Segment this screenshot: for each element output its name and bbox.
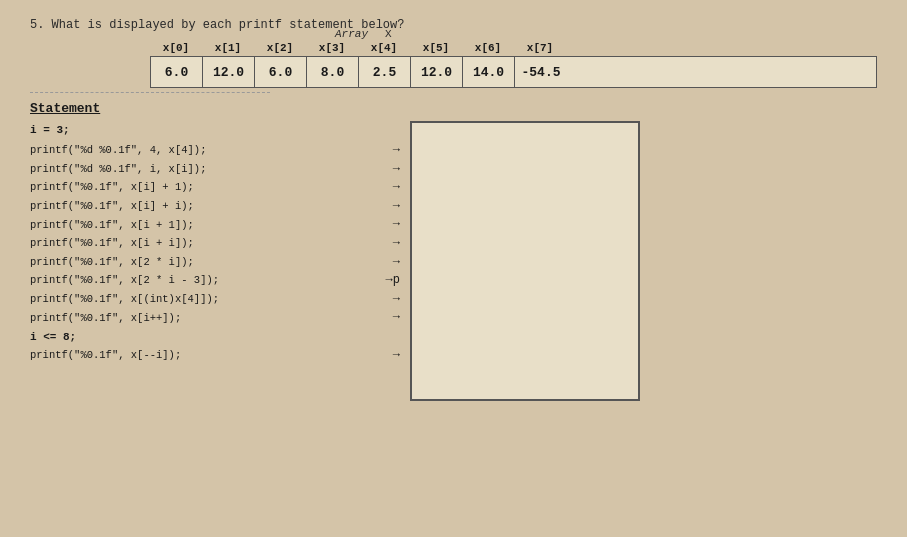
code-line-last: printf("%0.1f", x[--i]); → xyxy=(30,346,400,365)
arrow-9: → xyxy=(393,308,400,327)
index-label-3: x[3] xyxy=(306,42,358,54)
code-line-1-text: printf("%d %0.1f", i, x[i]); xyxy=(30,161,389,177)
array-cell-2: 6.0 xyxy=(255,57,307,87)
code-line-8-text: printf("%0.1f", x[(int)x[4]]); xyxy=(30,291,389,307)
code-line-6: printf("%0.1f", x[2 * i]); → xyxy=(30,253,400,272)
code-block: i = 3; printf("%d %0.1f", 4, x[4]); → pr… xyxy=(30,122,400,365)
array-cell-4: 2.5 xyxy=(359,57,411,87)
arrow-8: → xyxy=(393,290,400,309)
output-box xyxy=(410,121,640,401)
code-line-9: printf("%0.1f", x[i++]); → xyxy=(30,308,400,327)
index-label-0: x[0] xyxy=(150,42,202,54)
code-line-0-text: printf("%d %0.1f", 4, x[4]); xyxy=(30,142,389,158)
index-label-5: x[5] xyxy=(410,42,462,54)
code-line-1: printf("%d %0.1f", i, x[i]); → xyxy=(30,160,400,179)
i-assign: i = 3; xyxy=(30,122,400,139)
divider-line xyxy=(30,92,270,93)
index-label-4: x[4] xyxy=(358,42,410,54)
code-line-2-text: printf("%0.1f", x[i] + 1); xyxy=(30,179,389,195)
array-cell-6: 14.0 xyxy=(463,57,515,87)
code-line-9-text: printf("%0.1f", x[i++]); xyxy=(30,310,389,326)
arrow-last: → xyxy=(393,346,400,365)
page: 5. What is displayed by each printf stat… xyxy=(0,0,907,537)
code-line-3-text: printf("%0.1f", x[i] + i); xyxy=(30,198,389,214)
code-line-5-text: printf("%0.1f", x[i + i]); xyxy=(30,235,389,251)
array-cell-0: 6.0 xyxy=(151,57,203,87)
arrow-5: → xyxy=(393,234,400,253)
index-label-1: x[1] xyxy=(202,42,254,54)
array-label-row: Array X x[0] x[1] x[2] x[3] x[4] x[5] x[… xyxy=(150,42,877,54)
code-line-4: printf("%0.1f", x[i + 1]); → xyxy=(30,215,400,234)
array-cell-3: 8.0 xyxy=(307,57,359,87)
index-label-7: x[7] xyxy=(514,42,566,54)
content-area: Statement i = 3; printf("%d %0.1f", 4, x… xyxy=(30,101,877,401)
code-line-8: printf("%0.1f", x[(int)x[4]]); → xyxy=(30,290,400,309)
array-title: Array xyxy=(335,28,368,40)
arrow-6: → xyxy=(393,253,400,272)
array-table: 6.0 12.0 6.0 8.0 2.5 12.0 14.0 -54.5 xyxy=(150,56,877,88)
index-label-2: x[2] xyxy=(254,42,306,54)
array-cell-5: 12.0 xyxy=(411,57,463,87)
code-line-2: printf("%0.1f", x[i] + 1); → xyxy=(30,178,400,197)
arrow-4: → xyxy=(393,215,400,234)
array-section: Array X x[0] x[1] x[2] x[3] x[4] x[5] x[… xyxy=(150,42,877,88)
array-x-mark: X xyxy=(385,28,392,40)
statement-label: Statement xyxy=(30,101,400,116)
array-cell-7: -54.5 xyxy=(515,57,567,87)
arrow-7: →p xyxy=(386,271,400,290)
arrow-1: → xyxy=(393,160,400,179)
arrow-0: → xyxy=(393,141,400,160)
code-line-7: printf("%0.1f", x[2 * i - 3]); →p xyxy=(30,271,400,290)
code-line-last-text: printf("%0.1f", x[--i]); xyxy=(30,347,389,363)
code-line-7-text: printf("%0.1f", x[2 * i - 3]); xyxy=(30,272,382,288)
code-line-5: printf("%0.1f", x[i + i]); → xyxy=(30,234,400,253)
arrow-3: → xyxy=(393,197,400,216)
code-line-6-text: printf("%0.1f", x[2 * i]); xyxy=(30,254,389,270)
index-label-6: x[6] xyxy=(462,42,514,54)
array-cell-1: 12.0 xyxy=(203,57,255,87)
code-line-4-text: printf("%0.1f", x[i + 1]); xyxy=(30,217,389,233)
left-panel: Statement i = 3; printf("%d %0.1f", 4, x… xyxy=(30,101,400,401)
index-labels: x[0] x[1] x[2] x[3] x[4] x[5] x[6] x[7] xyxy=(150,42,566,54)
question-text: 5. What is displayed by each printf stat… xyxy=(30,18,877,32)
code-line-0: printf("%d %0.1f", 4, x[4]); → xyxy=(30,141,400,160)
loop-end: i <= 8; xyxy=(30,329,400,346)
arrow-2: → xyxy=(393,178,400,197)
code-line-3: printf("%0.1f", x[i] + i); → xyxy=(30,197,400,216)
